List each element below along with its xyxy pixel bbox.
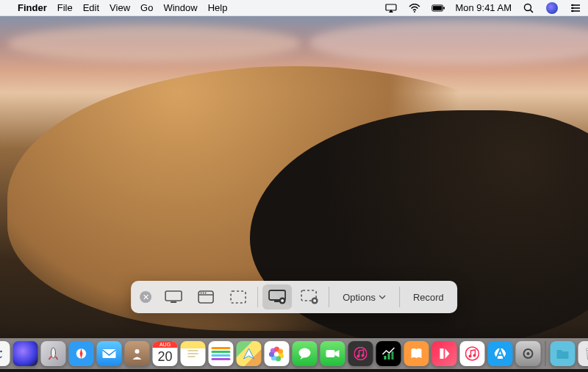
- cloud: [309, 21, 588, 65]
- menubar-clock[interactable]: Mon 9:41 AM: [455, 2, 512, 13]
- svg-rect-4: [444, 7, 445, 9]
- svg-point-32: [135, 349, 140, 354]
- svg-rect-13: [165, 291, 182, 301]
- news-icon: [438, 347, 451, 360]
- menubar-left: Finder File Edit View Go Window Help: [7, 2, 227, 13]
- svg-point-18: [203, 293, 204, 294]
- record-button[interactable]: Record: [404, 285, 453, 310]
- dock-app-siri[interactable]: [13, 341, 38, 366]
- menu-help[interactable]: Help: [208, 2, 228, 13]
- record-label: Record: [413, 292, 444, 303]
- svg-point-43: [299, 348, 311, 358]
- dock-app-reminders[interactable]: [209, 341, 234, 366]
- options-label: Options: [343, 292, 376, 303]
- svg-point-5: [525, 4, 531, 10]
- svg-point-55: [527, 352, 530, 355]
- menu-go[interactable]: Go: [140, 2, 153, 13]
- wifi-icon[interactable]: [408, 1, 421, 15]
- music-note-icon: [465, 346, 480, 361]
- dock-app-calendar[interactable]: AUG 20: [153, 341, 178, 366]
- toolbar-separator: [399, 287, 400, 307]
- menubar-right: Mon 9:41 AM: [384, 1, 582, 15]
- svg-point-42: [270, 348, 276, 353]
- siri-icon[interactable]: [545, 1, 559, 15]
- svg-point-24: [281, 299, 284, 302]
- svg-point-46: [357, 355, 360, 358]
- svg-rect-20: [231, 291, 245, 303]
- dock-app-mail[interactable]: [97, 341, 122, 366]
- dock-trash[interactable]: [578, 341, 589, 366]
- stocks-icon: [381, 346, 397, 362]
- dock-app-ibooks[interactable]: [404, 341, 429, 366]
- notes-icon: [186, 348, 201, 359]
- finder-icon: [0, 346, 6, 362]
- menubar-app-name[interactable]: Finder: [18, 2, 47, 13]
- dock-app-appstore[interactable]: [488, 341, 513, 366]
- menu-window[interactable]: Window: [163, 2, 197, 13]
- speech-bubble-icon: [298, 347, 312, 360]
- dock-app-music[interactable]: [460, 341, 485, 366]
- capture-entire-screen-button[interactable]: [159, 285, 188, 310]
- appstore-a-icon: [495, 348, 506, 360]
- svg-point-52: [469, 355, 472, 358]
- dock-separator: [545, 341, 546, 366]
- svg-point-39: [276, 356, 281, 361]
- dock-app-news[interactable]: [432, 341, 457, 366]
- dock: AUG 20: [0, 338, 588, 369]
- music-note-icon: [354, 347, 368, 360]
- dock-app-launchpad[interactable]: [41, 341, 66, 366]
- spotlight-icon[interactable]: [522, 1, 535, 15]
- toolbar-separator: [257, 287, 258, 307]
- envelope-icon: [101, 348, 118, 360]
- svg-point-12: [572, 10, 574, 12]
- dock-app-maps[interactable]: [237, 341, 262, 366]
- menu-edit[interactable]: Edit: [83, 2, 99, 13]
- svg-point-17: [201, 293, 202, 294]
- dock-app-facetime[interactable]: [320, 341, 345, 366]
- dock-app-messages[interactable]: [293, 341, 318, 366]
- capture-selected-portion-button[interactable]: [223, 285, 253, 310]
- svg-rect-31: [103, 349, 116, 358]
- chevron-down-icon: [379, 295, 386, 299]
- svg-rect-3: [433, 6, 442, 10]
- compass-icon: [75, 347, 88, 360]
- dock-app-system-preferences[interactable]: [516, 341, 541, 366]
- dock-app-itunes[interactable]: [348, 341, 373, 366]
- dock-app-photos[interactable]: [265, 341, 290, 366]
- dock-app-notes[interactable]: [181, 341, 206, 366]
- svg-rect-50: [392, 351, 394, 360]
- svg-point-30: [51, 348, 56, 358]
- svg-point-29: [0, 351, 2, 353]
- notification-center-icon[interactable]: [569, 1, 582, 15]
- record-selected-portion-button[interactable]: [295, 285, 324, 310]
- trash-icon: [585, 346, 589, 361]
- svg-point-45: [354, 348, 367, 360]
- menu-view[interactable]: View: [110, 2, 130, 13]
- rocket-icon: [46, 346, 61, 361]
- dock-app-finder[interactable]: [0, 341, 10, 366]
- maps-arrow-icon: [243, 348, 255, 360]
- close-button[interactable]: ✕: [135, 285, 156, 310]
- dock-app-stocks[interactable]: [376, 341, 401, 366]
- svg-rect-49: [388, 354, 390, 360]
- svg-point-27: [313, 299, 316, 302]
- photos-flower-icon: [269, 346, 285, 362]
- battery-icon[interactable]: [431, 1, 445, 15]
- close-icon: ✕: [140, 291, 151, 303]
- calendar-day: 20: [157, 348, 172, 365]
- svg-rect-44: [326, 350, 335, 357]
- dock-app-contacts[interactable]: [125, 341, 150, 366]
- dock-app-safari[interactable]: [69, 341, 94, 366]
- record-entire-screen-button[interactable]: [262, 285, 292, 310]
- dock-folder-downloads[interactable]: [551, 341, 576, 366]
- menu-file[interactable]: File: [57, 2, 73, 13]
- toolbar-separator: [329, 287, 329, 307]
- menubar: Finder File Edit View Go Window Help Mon…: [0, 0, 588, 16]
- capture-selected-window-button[interactable]: [191, 285, 220, 310]
- svg-point-47: [362, 354, 365, 357]
- svg-point-51: [466, 347, 479, 360]
- person-icon: [132, 348, 143, 360]
- options-menu[interactable]: Options: [334, 285, 395, 310]
- airplay-icon[interactable]: [384, 1, 398, 15]
- svg-rect-0: [386, 4, 396, 10]
